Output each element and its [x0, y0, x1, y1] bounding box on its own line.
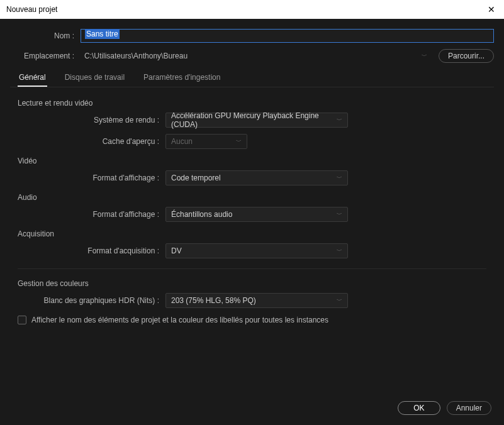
name-label: Nom : — [10, 31, 81, 40]
renderer-label: Système de rendu : — [18, 116, 165, 124]
show-names-row: Afficher le nom des éléments de projet e… — [18, 316, 486, 324]
audio-format-value: Échantillons audio — [171, 210, 232, 219]
browse-button[interactable]: Parcourir... — [439, 49, 494, 63]
tab-general[interactable]: Général — [18, 69, 47, 87]
name-value: Sans titre — [85, 29, 120, 39]
dialog-content: Nom : Sans titre Emplacement : C:\Utilis… — [0, 19, 504, 333]
cache-label: Cache d'aperçu : — [18, 137, 165, 146]
general-panel: Lecture et rendu vidéo Système de rendu … — [10, 87, 494, 327]
hdr-select[interactable]: 203 (75% HLG, 58% PQ) ﹀ — [165, 293, 348, 308]
hdr-value: 203 (75% HLG, 58% PQ) — [171, 296, 256, 305]
video-format-label: Format d'affichage : — [18, 174, 165, 182]
group-title: Gestion des couleurs — [18, 279, 486, 288]
capture-format-label: Format d'acquisition : — [18, 246, 165, 255]
chevron-down-icon: ﹀ — [337, 297, 342, 305]
dialog-footer: OK Annuler — [398, 401, 491, 415]
chevron-down-icon: ﹀ — [337, 247, 342, 255]
group-video: Vidéo Format d'affichage : Code temporel… — [18, 157, 486, 185]
tab-ingest[interactable]: Paramètres d'ingestion — [142, 69, 221, 87]
video-format-value: Code temporel — [171, 174, 221, 182]
group-title: Vidéo — [18, 157, 486, 165]
location-label: Emplacement : — [10, 52, 81, 60]
chevron-down-icon: ﹀ — [337, 174, 342, 182]
capture-format-select[interactable]: DV ﹀ — [165, 243, 348, 258]
location-input[interactable]: C:\Utilisateurs\Anthony\Bureau ﹀ — [81, 49, 434, 63]
close-icon[interactable]: ✕ — [485, 4, 498, 14]
divider — [18, 268, 486, 269]
cache-value: Aucun — [171, 137, 193, 146]
tab-scratch-disks[interactable]: Disques de travail — [64, 69, 126, 87]
capture-format-value: DV — [171, 246, 182, 255]
group-title: Lecture et rendu vidéo — [18, 99, 486, 108]
audio-format-label: Format d'affichage : — [18, 210, 165, 219]
cancel-button[interactable]: Annuler — [447, 401, 491, 415]
audio-format-select[interactable]: Échantillons audio ﹀ — [165, 207, 348, 222]
group-color: Gestion des couleurs Blanc des graphique… — [18, 279, 486, 308]
chevron-down-icon: ﹀ — [337, 211, 342, 219]
video-format-select[interactable]: Code temporel ﹀ — [165, 170, 348, 185]
name-input[interactable]: Sans titre — [81, 29, 494, 43]
chevron-down-icon: ﹀ — [337, 116, 342, 124]
renderer-select[interactable]: Accélération GPU Mercury Playback Engine… — [165, 113, 348, 128]
hdr-label: Blanc des graphiques HDR (Nits) : — [18, 296, 165, 305]
chevron-down-icon: ﹀ — [236, 138, 242, 146]
group-audio: Audio Format d'affichage : Échantillons … — [18, 193, 486, 222]
group-video-render: Lecture et rendu vidéo Système de rendu … — [18, 99, 486, 149]
renderer-value: Accélération GPU Mercury Playback Engine… — [171, 111, 337, 129]
show-names-checkbox[interactable] — [18, 316, 26, 324]
group-title: Audio — [18, 193, 486, 202]
titlebar: Nouveau projet ✕ — [0, 0, 504, 19]
window-title: Nouveau projet — [6, 5, 57, 14]
tabs: Général Disques de travail Paramètres d'… — [10, 69, 494, 87]
group-title: Acquisition — [18, 229, 486, 238]
location-value: C:\Utilisateurs\Anthony\Bureau — [84, 52, 188, 60]
cache-select: Aucun ﹀ — [165, 134, 247, 149]
ok-button[interactable]: OK — [398, 401, 440, 415]
checkbox-label: Afficher le nom des éléments de projet e… — [31, 316, 328, 324]
chevron-down-icon: ﹀ — [422, 52, 430, 60]
group-capture: Acquisition Format d'acquisition : DV ﹀ — [18, 229, 486, 258]
